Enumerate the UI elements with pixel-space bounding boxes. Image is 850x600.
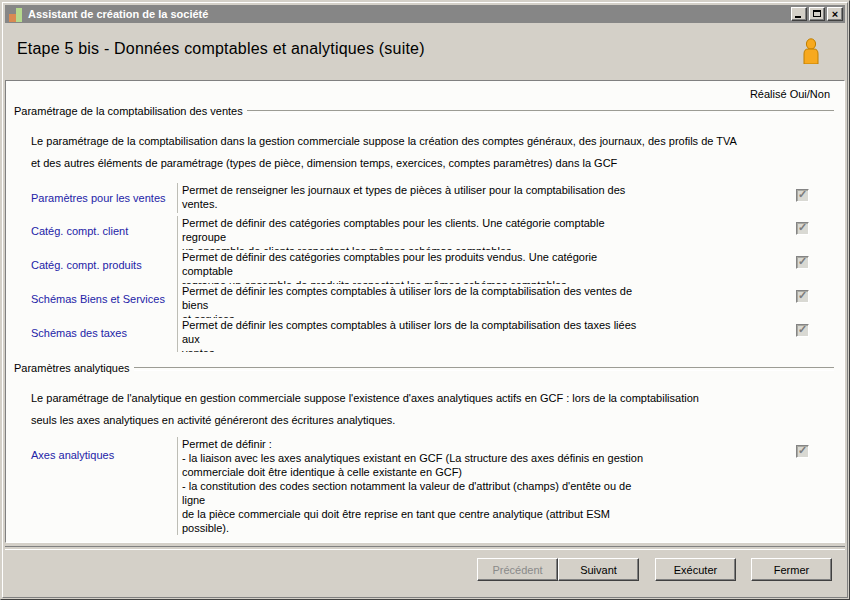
realise-checkbox[interactable]: ✓ [796, 222, 809, 235]
footer-bar: Précédent Suivant Exécuter Fermer [5, 543, 845, 595]
description-line: de la pièce commerciale qui doit être re… [182, 507, 772, 521]
row-description: Permet de définir les comptes comptables… [177, 284, 772, 318]
group-title: Paramétrage de la comptabilisation des v… [14, 105, 247, 117]
description-line: ventes. [182, 197, 772, 211]
realise-checkbox[interactable]: ✓ [796, 256, 809, 269]
description-line: Permet de définir les comptes comptables… [182, 284, 772, 298]
group-header: Paramétrage de la comptabilisation des v… [14, 105, 834, 117]
description-line: Permet de définir des catégories comptab… [182, 250, 772, 264]
description-line: ligne [182, 493, 772, 507]
close-icon: × [832, 9, 838, 19]
intro-line: Le paramétrage de la comptabilisation da… [31, 130, 834, 152]
description-line: Permet de définir les comptes comptables… [182, 318, 772, 332]
section-comptabilisation-ventes: Paramétrage de la comptabilisation des v… [14, 105, 834, 352]
table-row: Catég. compt. produits Permet de définir… [14, 250, 834, 284]
page-title: Etape 5 bis - Données comptables et anal… [17, 40, 425, 58]
table-row: Catég. compt. client Permet de définir d… [14, 216, 834, 250]
row-description: Permet de définir des catégories comptab… [177, 216, 772, 250]
realise-checkbox[interactable]: ✓ [796, 445, 809, 458]
description-line: commerciale doit être identique à celle … [182, 465, 772, 479]
section-intro: Le paramétrage de la comptabilisation da… [31, 130, 834, 174]
description-line: comptable [182, 264, 772, 278]
row-check-cell: ✓ [778, 318, 834, 337]
description-line: biens [182, 298, 772, 312]
description-line: - la constitution des codes section nota… [182, 479, 772, 493]
maximize-button[interactable] [809, 7, 825, 21]
description-line: - la liaison avec les axes analytiques e… [182, 451, 772, 465]
section-intro: Le paramétrage de l'analytique en gestio… [31, 387, 834, 431]
check-icon: ✓ [798, 222, 807, 233]
check-icon: ✓ [798, 256, 807, 267]
link-categ-compt-produits[interactable]: Catég. compt. produits [31, 250, 177, 271]
description-line: aux [182, 332, 772, 346]
wizard-header: Etape 5 bis - Données comptables et anal… [5, 23, 845, 80]
realise-checkbox[interactable]: ✓ [796, 324, 809, 337]
description-line: Permet de définir : [182, 437, 772, 451]
row-description: Permet de renseigner les journaux et typ… [177, 183, 772, 213]
row-check-cell: ✓ [778, 183, 834, 202]
row-description: Permet de définir des catégories comptab… [177, 250, 772, 284]
link-parametres-pour-les-ventes[interactable]: Paramètres pour les ventes [31, 183, 177, 204]
group-title: Paramètres analytiques [14, 362, 134, 374]
description-line: regroupe [182, 230, 772, 244]
minimize-button[interactable] [791, 7, 807, 21]
window-title: Assistant de création de la société [28, 8, 208, 20]
app-icon-orange-bar [9, 14, 16, 22]
row-description: Permet de définir :- la liaison avec les… [177, 437, 772, 535]
link-categ-compt-client[interactable]: Catég. compt. client [31, 216, 177, 237]
row-check-cell: ✓ [778, 250, 834, 269]
titlebar[interactable]: Assistant de création de la société × [5, 5, 845, 23]
link-schemas-biens-et-services[interactable]: Schémas Biens et Services [31, 284, 177, 305]
check-icon: ✓ [798, 445, 807, 456]
executer-button[interactable]: Exécuter [655, 558, 736, 581]
window-controls: × [791, 7, 843, 21]
minimize-icon [795, 16, 801, 18]
realise-checkbox[interactable]: ✓ [796, 189, 809, 202]
description-line: ventes [182, 346, 772, 352]
description-line: possible). [182, 521, 772, 535]
wizard-person-icon [800, 38, 822, 66]
row-check-cell: ✓ [778, 437, 834, 458]
row-check-cell: ✓ [778, 216, 834, 235]
check-icon: ✓ [798, 189, 807, 200]
footer-buttons: Précédent Suivant Exécuter Fermer [5, 550, 845, 581]
intro-line: et des autres éléments de paramétrage (t… [31, 152, 834, 174]
fermer-button[interactable]: Fermer [751, 558, 832, 581]
link-axes-analytiques[interactable]: Axes analytiques [31, 437, 177, 461]
close-button[interactable]: × [827, 7, 843, 21]
table-row: Schémas Biens et Services Permet de défi… [14, 284, 834, 318]
maximize-icon [813, 10, 821, 17]
description-line: Permet de renseigner les journaux et typ… [182, 183, 772, 197]
realise-checkbox[interactable]: ✓ [796, 290, 809, 303]
intro-line: Le paramétrage de l'analytique en gestio… [31, 387, 834, 409]
content-area: Réalisé Oui/Non Paramétrage de la compta… [5, 80, 845, 543]
app-icon-green-bar [16, 8, 22, 22]
link-schemas-des-taxes[interactable]: Schémas des taxes [31, 318, 177, 339]
table-row: Axes analytiques Permet de définir :- la… [14, 437, 834, 535]
check-icon: ✓ [798, 324, 807, 335]
wizard-window: Assistant de création de la société × Et… [0, 0, 850, 600]
precedent-button[interactable]: Précédent [477, 558, 558, 581]
realise-header: Réalisé Oui/Non [14, 88, 834, 100]
intro-line: seuls les axes analytiques en activité g… [31, 409, 834, 431]
group-divider [247, 110, 834, 114]
group-divider [134, 367, 834, 371]
section-parametres-analytiques: Paramètres analytiques Le paramétrage de… [14, 362, 834, 535]
check-icon: ✓ [798, 290, 807, 301]
suivant-button[interactable]: Suivant [558, 558, 639, 581]
group-header: Paramètres analytiques [14, 362, 834, 374]
row-check-cell: ✓ [778, 284, 834, 303]
table-row: Schémas des taxes Permet de définir les … [14, 318, 834, 352]
description-line: Permet de définir des catégories comptab… [182, 216, 772, 230]
table-row: Paramètres pour les ventes Permet de ren… [14, 183, 834, 213]
row-description: Permet de définir les comptes comptables… [177, 318, 772, 352]
app-icon [8, 7, 24, 22]
window-frame: Assistant de création de la société × Et… [2, 2, 848, 598]
